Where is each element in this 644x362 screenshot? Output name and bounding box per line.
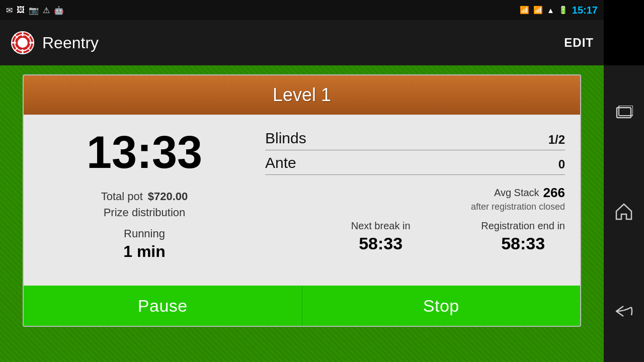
next-break-label: Next break in — [351, 220, 411, 232]
buttons-row: Pause Stop — [24, 286, 580, 326]
android-icon: 🤖 — [54, 6, 64, 15]
ante-label: Ante — [265, 154, 296, 171]
image-icon: 🖼 — [17, 6, 25, 15]
avg-stack-section: Avg Stack 266 after registration closed — [471, 185, 565, 212]
running-value: 1 min — [123, 242, 166, 261]
left-stats: Total pot $720.00 Prize distribution Run… — [39, 190, 250, 261]
stop-button[interactable]: Stop — [302, 286, 581, 326]
nav-back-button[interactable] — [614, 304, 633, 322]
level-title: Level 1 — [273, 84, 331, 105]
total-pot-row: Total pot $720.00 — [101, 190, 188, 203]
running-row: Running 1 min — [123, 227, 166, 261]
main-background: Level 1 13:33 Total pot $720.00 Prize di… — [0, 65, 604, 362]
ante-value: 0 — [558, 157, 565, 171]
running-label: Running — [124, 227, 165, 240]
level-header: Level 1 — [24, 75, 580, 115]
prize-dist-label: Prize distribution — [104, 206, 186, 219]
left-column: 13:33 Total pot $720.00 Prize distributi… — [39, 125, 250, 276]
warning-icon: ⚠ — [43, 6, 50, 15]
next-break-value: 58:33 — [359, 234, 403, 253]
avg-stack-value: 266 — [543, 185, 565, 201]
right-stats-top: Avg Stack 266 after registration closed — [265, 185, 565, 212]
app-bar-left: Reentry — [10, 30, 99, 55]
battery-icon: 🔋 — [558, 6, 568, 15]
ante-row: Ante 0 — [265, 154, 565, 175]
svg-point-2 — [18, 38, 28, 48]
nav-recent-apps-button[interactable] — [615, 106, 633, 123]
blinds-value: 1/2 — [548, 133, 565, 147]
status-bar: ✉ 🖼 📷 ⚠ 🤖 📶 📶 ▲ 🔋 15:17 — [0, 0, 604, 20]
wifi-icon: 📶 — [533, 6, 543, 15]
app-title: Reentry — [42, 34, 99, 52]
total-pot-label: Total pot — [101, 190, 143, 203]
status-icons-left: ✉ 🖼 📷 ⚠ 🤖 — [6, 6, 64, 15]
right-bottom: Next break in 58:33 Registration end in … — [265, 220, 565, 253]
timer-display: 13:33 — [87, 130, 202, 175]
next-break-section: Next break in 58:33 — [351, 220, 411, 253]
right-column: Blinds 1/2 Ante 0 Avg Stack 266 after re… — [250, 125, 565, 276]
blinds-row: Blinds 1/2 — [265, 130, 565, 150]
status-time: 15:17 — [572, 5, 598, 16]
prize-dist-row: Prize distribution — [104, 206, 186, 219]
nav-buttons — [604, 65, 644, 362]
status-icons-right: 📶 📶 ▲ 🔋 15:17 — [520, 5, 598, 16]
avg-stack-row: Avg Stack 266 — [494, 185, 565, 201]
bluetooth-icon: 📶 — [520, 6, 529, 15]
blinds-label: Blinds — [265, 130, 306, 147]
svg-marker-5 — [616, 204, 631, 219]
pause-button[interactable]: Pause — [24, 286, 302, 326]
nav-home-button[interactable] — [615, 203, 632, 224]
reg-end-label: Registration end in — [481, 220, 565, 232]
reg-end-value: 58:33 — [501, 234, 545, 253]
app-bar: Reentry EDIT — [0, 20, 604, 65]
content-area: 13:33 Total pot $720.00 Prize distributi… — [24, 115, 580, 286]
camera-icon: 📷 — [29, 6, 39, 15]
chip-icon — [10, 30, 35, 55]
avg-stack-label: Avg Stack — [494, 187, 539, 199]
signal-icon: ▲ — [547, 6, 554, 15]
reg-end-section: Registration end in 58:33 — [481, 220, 565, 253]
email-icon: ✉ — [6, 6, 13, 15]
edit-button[interactable]: EDIT — [564, 36, 594, 50]
total-pot-value: $720.00 — [148, 190, 188, 203]
main-card: Level 1 13:33 Total pot $720.00 Prize di… — [23, 74, 581, 327]
after-reg-label: after registration closed — [471, 202, 565, 212]
